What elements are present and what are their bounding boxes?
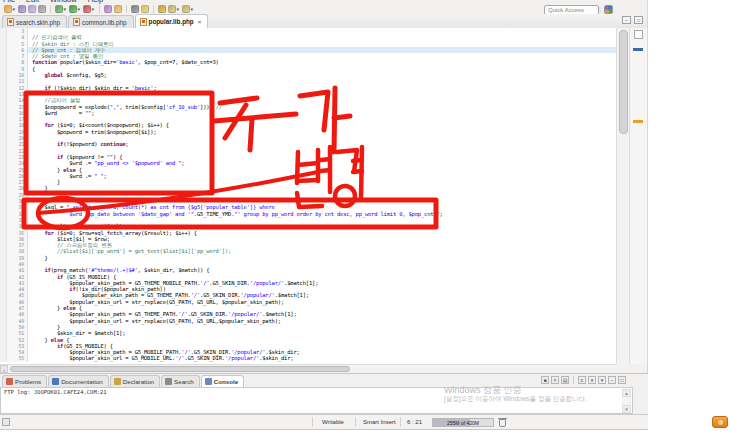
terminate-icon[interactable]: ■	[541, 376, 549, 384]
editor-tab-search.skin.php[interactable]: search.skin.php	[2, 15, 67, 28]
minimize-editor-icon[interactable]: –	[622, 16, 631, 24]
horizontal-scrollbar[interactable]: ‹	[0, 364, 616, 373]
occurrence-mark[interactable]	[633, 120, 643, 123]
toolbar-separator	[50, 5, 51, 13]
console-icon	[205, 378, 212, 385]
panel-tab-label: Problems	[15, 378, 41, 385]
line-number: 55	[7, 355, 28, 361]
declaration-icon	[114, 378, 121, 385]
save-icon[interactable]	[18, 5, 26, 13]
last-edit-location-icon[interactable]	[158, 5, 166, 13]
pin-console-icon[interactable]: ▾	[588, 376, 596, 384]
writable-status: Writable	[322, 415, 344, 429]
maximize-editor-icon[interactable]: □	[634, 16, 643, 24]
code-text: $popular_skin_url = G5_MOBILE_URL.'/'.G5…	[28, 355, 616, 361]
heap-status-text: 255M of 420M	[433, 419, 493, 427]
panel-toolbar-separator	[573, 376, 574, 384]
scroll-left-icon[interactable]: ‹	[0, 365, 8, 373]
close-tab-icon[interactable]: ×	[198, 19, 202, 25]
clear-annotations-icon[interactable]	[634, 30, 643, 39]
console-panel: ProblemsDocumentationDeclarationSearchCo…	[0, 373, 648, 414]
vertical-scrollbar-thumb[interactable]	[619, 30, 628, 134]
panel-tab-label: Search	[174, 378, 194, 385]
new-wizard-icon[interactable]: ▾	[4, 5, 12, 13]
new-php-file-icon[interactable]	[104, 5, 112, 13]
insert-mode-status: Smart Insert	[363, 415, 396, 429]
toolbar-separator	[153, 5, 154, 13]
status-bar: Writable Smart Insert 6 : 21 255M of 420…	[0, 414, 648, 429]
console-scrollbar[interactable]: ▲ ▼	[622, 389, 631, 413]
external-tools-icon[interactable]: ▾	[83, 5, 91, 13]
clear-console-icon[interactable]: ▤	[561, 376, 569, 384]
panel-tab-declaration[interactable]: Declaration	[110, 375, 160, 387]
application-frame: FileEditWindowHelp ▾▾▾▾▾▾ Quick Access ⁞…	[0, 0, 648, 430]
scroll-lock-icon[interactable]: ≡	[578, 376, 586, 384]
print-icon[interactable]	[38, 5, 46, 13]
heap-status: 255M of 420M	[432, 418, 494, 427]
cursor-position-status: 6 : 21	[407, 415, 422, 429]
search-icon[interactable]	[131, 5, 139, 13]
code-line-55[interactable]: 55 $popular_skin_url = G5_MOBILE_URL.'/'…	[0, 355, 616, 361]
maximize-panel-icon[interactable]: □	[618, 376, 626, 384]
code-editor[interactable]: 3 4// 인기검색어 출력5// $skin_dir : 스킨 디렉토리6//…	[0, 28, 616, 364]
run-garbage-collector-icon[interactable]	[499, 419, 506, 427]
remove-launch-icon[interactable]: ×	[551, 376, 559, 384]
save-all-icon[interactable]	[28, 5, 36, 13]
open-console-icon[interactable]: ▾	[598, 376, 606, 384]
bookmark-icon[interactable]	[141, 5, 149, 13]
editor-tab-bar: search.skin.phpcommon.lib.phppopular.lib…	[0, 14, 647, 29]
tab-label: search.skin.php	[16, 19, 60, 26]
panel-tab-problems[interactable]: Problems	[2, 375, 47, 387]
scroll-down-icon[interactable]: ▼	[622, 405, 631, 413]
panel-tab-documentation[interactable]: Documentation	[48, 375, 109, 387]
vertical-scrollbar[interactable]	[616, 28, 629, 364]
php-perspective-icon[interactable]	[604, 5, 613, 14]
php-file-icon	[7, 18, 14, 26]
php-file-icon	[73, 18, 80, 26]
documentation-icon	[52, 378, 59, 385]
minimize-panel-icon[interactable]: –	[608, 376, 616, 384]
php-file-icon	[140, 18, 147, 26]
panel-tab-console[interactable]: Console	[201, 375, 244, 387]
console-content[interactable]: FTP log: JOOPOK01.CAFE24.COM:21 Windows …	[0, 387, 633, 414]
eclipse-window: FileEditWindowHelp ▾▾▾▾▾▾ Quick Access ⁞…	[0, 0, 730, 441]
editor-tab-popular.lib.php[interactable]: popular.lib.php×	[135, 14, 209, 28]
main-toolbar: ▾▾▾▾▾▾ Quick Access ⁞	[0, 4, 647, 14]
toolbar-separator	[126, 5, 127, 13]
problems-icon	[6, 378, 13, 385]
panel-tab-search[interactable]: Search	[161, 375, 200, 387]
search-icon	[165, 378, 172, 385]
console-log-text: FTP log: JOOPOK01.CAFE24.COM:21	[4, 389, 107, 395]
quick-view-icon[interactable]	[2, 418, 10, 426]
toolbar-separator	[99, 5, 100, 13]
back-icon[interactable]: ▾	[168, 5, 176, 13]
debug-icon[interactable]: ▾	[55, 5, 63, 13]
scroll-up-icon[interactable]: ▲	[622, 389, 631, 397]
editor-tab-common.lib.php[interactable]: common.lib.php	[68, 15, 133, 28]
forward-icon[interactable]: ▾	[182, 5, 190, 13]
tab-label: popular.lib.php	[149, 18, 194, 25]
screen-capture-button[interactable]	[712, 416, 728, 428]
windows-activation-watermark-subtitle: [설정]으로 이동하여 Windows를 정품 인증합니다.	[444, 395, 587, 404]
horizontal-scrollbar-thumb[interactable]	[10, 366, 350, 372]
panel-tab-label: Declaration	[123, 378, 154, 385]
cursor-mark[interactable]	[633, 48, 643, 51]
overview-ruler[interactable]	[629, 28, 647, 364]
run-icon[interactable]: ▾	[69, 5, 77, 13]
toolbar-separator: ⁞	[599, 5, 601, 14]
tab-label: common.lib.php	[82, 19, 126, 26]
new-php-project-icon[interactable]	[114, 5, 122, 13]
panel-tab-label: Console	[214, 378, 238, 385]
panel-tab-label: Documentation	[61, 378, 103, 385]
